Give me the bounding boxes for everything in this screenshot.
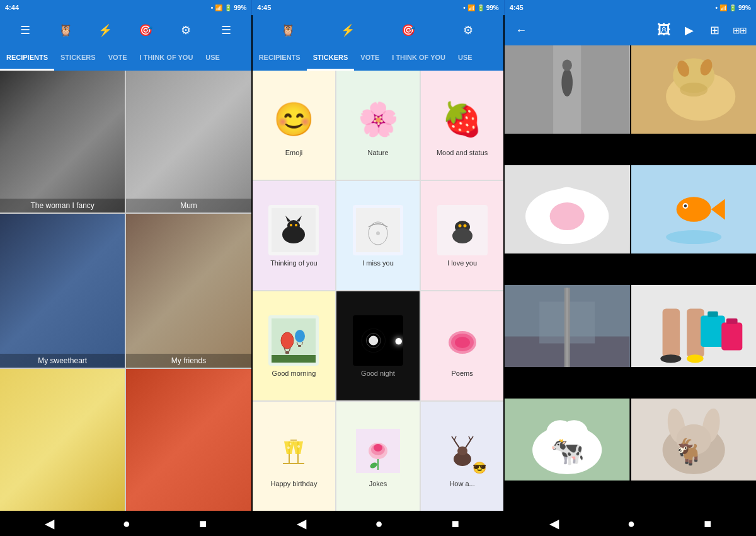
photos-content: 🐄 🐐	[505, 45, 756, 511]
sticker-cell-poems[interactable]: Poems	[421, 291, 504, 400]
target-icon-2[interactable]: 🎯	[399, 21, 417, 39]
thinking-thumb	[268, 205, 319, 255]
sticker-cell-miss[interactable]: I miss you	[336, 181, 420, 290]
sticker-cell-mood[interactable]: 🍓 Mood and status	[421, 71, 504, 180]
photo-cell-7[interactable]: 🐄	[505, 399, 629, 481]
recent-nav-3[interactable]: ■	[704, 516, 711, 531]
recipient-cell-3[interactable]: My sweetheart	[0, 214, 125, 368]
home-nav-2[interactable]: ●	[375, 516, 382, 531]
sticker-label-love: I love you	[447, 259, 477, 267]
sticker-label-nature: Nature	[367, 149, 388, 156]
owl-icon-2[interactable]: 🦉	[279, 21, 297, 39]
bolt-icon-2[interactable]: ⚡	[339, 21, 357, 39]
bottom-nav-icons-1: ◀ ● ■	[0, 511, 251, 536]
sticker-label-poems: Poems	[451, 370, 472, 377]
sticker-label-mood: Mood and status	[437, 149, 488, 156]
sticker-cell-nature[interactable]: 🌸 Nature	[336, 71, 420, 180]
settings-icon-2[interactable]: ⚙	[459, 21, 477, 39]
nature-thumb: 🌸	[353, 95, 403, 145]
recipient-cell-1[interactable]: The woman I fancy	[0, 71, 125, 213]
svg-rect-89	[662, 308, 680, 357]
home-nav-3[interactable]: ●	[627, 516, 635, 531]
miss-thumb	[353, 205, 403, 255]
target-icon-1[interactable]: 🎯	[137, 21, 154, 39]
recipient-label-4: My friends	[126, 354, 251, 368]
svg-point-91	[660, 354, 681, 363]
sticker-cell-jokes[interactable]: Jokes	[336, 402, 420, 511]
photo-cell-6[interactable]	[631, 285, 756, 367]
bolt-icon-1[interactable]: ⚡	[96, 21, 114, 39]
svg-point-13	[458, 224, 461, 227]
photo-cell-4[interactable]	[631, 165, 756, 253]
grid-icon-2[interactable]: ⊞⊞	[731, 21, 748, 39]
back-nav-2[interactable]: ◀	[297, 516, 306, 531]
sticker-cell-morning[interactable]: Good morning	[253, 291, 336, 400]
how-thumb: 😎	[437, 426, 488, 476]
sticker-cell-night[interactable]: Good night	[336, 291, 420, 400]
tab-ithinkofyou-2[interactable]: I THINK OF YOU	[386, 45, 452, 71]
toolbar-2: 🦉 ⚡ 🎯 ⚙	[253, 15, 504, 45]
svg-point-21	[295, 330, 305, 342]
main-panels: ☰ 🦉 ⚡ 🎯 ⚙ ☰ RECIPIENTS STICKERS VOTE I T…	[0, 15, 756, 511]
grid-icon[interactable]: ⊞	[706, 21, 723, 39]
status-bar-2: 4:45 • 📶 🔋 99%	[252, 0, 504, 15]
photo-grid: 🐄 🐐	[505, 45, 756, 511]
recipient-cell-5[interactable]	[0, 369, 125, 511]
photo-cell-1[interactable]	[505, 45, 629, 134]
svg-rect-34	[272, 429, 316, 473]
svg-point-92	[687, 354, 703, 363]
svg-point-2	[287, 220, 300, 231]
svg-text:🐄: 🐄	[550, 434, 585, 467]
owl-icon[interactable]: 🦉	[57, 21, 74, 39]
photo-cell-8[interactable]: 🐐	[631, 399, 756, 481]
back-nav-1[interactable]: ◀	[45, 516, 54, 531]
recipient-cell-4[interactable]: My friends	[126, 214, 251, 368]
settings-icon-1[interactable]: ⚙	[177, 21, 195, 39]
tab-vote-1[interactable]: VOTE	[102, 45, 134, 71]
recipients-content: The woman I fancy Mum My sweetheart My f…	[0, 71, 251, 511]
svg-point-27	[369, 335, 378, 345]
back-nav-3[interactable]: ◀	[549, 516, 559, 531]
status-bars: 4:44 • 📶 🔋 99% 4:45 • 📶 🔋 99% 4:45 • 📶 🔋…	[0, 0, 756, 15]
tab-vote-2[interactable]: VOTE	[354, 45, 386, 71]
home-nav-1[interactable]: ●	[123, 516, 130, 531]
tab-use-1[interactable]: USE	[199, 45, 226, 71]
time-3: 4:45	[510, 4, 524, 11]
sticker-cell-thinking[interactable]: Thinking of you	[253, 181, 336, 290]
svg-rect-20	[285, 351, 289, 354]
recent-nav-1[interactable]: ■	[199, 516, 207, 531]
tab-recipients-2[interactable]: RECIPIENTS	[253, 45, 307, 71]
hamburger-icon[interactable]: ☰	[16, 21, 34, 39]
tab-stickers-2[interactable]: STICKERS	[307, 45, 355, 71]
svg-point-76	[550, 202, 585, 230]
status-icons-1: • 📶 🔋 99%	[211, 4, 247, 11]
recipient-cell-6[interactable]	[126, 369, 251, 511]
photo-cell-2[interactable]	[631, 45, 756, 134]
photo-cell-5[interactable]	[505, 285, 629, 367]
sticker-label-night: Good night	[361, 370, 395, 377]
sticker-cell-birthday[interactable]: Happy birthday	[253, 402, 336, 511]
svg-rect-7	[356, 208, 400, 252]
recipient-label-2: Mum	[126, 199, 251, 213]
tab-stickers-1[interactable]: STICKERS	[54, 45, 102, 71]
back-icon[interactable]: ←	[512, 21, 530, 39]
tab-use-2[interactable]: USE	[452, 45, 479, 71]
menu-icon-1[interactable]: ☰	[217, 21, 235, 39]
svg-rect-25	[272, 355, 316, 363]
sticker-cell-how[interactable]: 😎 How a...	[421, 402, 504, 511]
tabs-2: RECIPIENTS STICKERS VOTE I THINK OF YOU …	[253, 45, 504, 71]
svg-point-9	[376, 231, 380, 235]
svg-point-43	[297, 445, 300, 448]
sticker-cell-love[interactable]: I love you	[421, 181, 504, 290]
sticker-cell-emoji[interactable]: 😊 Emoji	[253, 71, 336, 180]
panel-stickers: 🦉 ⚡ 🎯 ⚙ RECIPIENTS STICKERS VOTE I THINK…	[253, 15, 505, 511]
svg-point-81	[684, 204, 686, 207]
recent-nav-2[interactable]: ■	[452, 516, 459, 531]
play-icon[interactable]: ▶	[680, 21, 698, 39]
tab-ithinkofyou-1[interactable]: I THINK OF YOU	[134, 45, 200, 71]
recipient-cell-2[interactable]: Mum	[126, 71, 251, 213]
photo-icon[interactable]: 🖼	[655, 21, 673, 39]
love-thumb	[437, 205, 488, 255]
photo-cell-3[interactable]	[505, 165, 629, 253]
tab-recipients-1[interactable]: RECIPIENTS	[0, 45, 54, 71]
